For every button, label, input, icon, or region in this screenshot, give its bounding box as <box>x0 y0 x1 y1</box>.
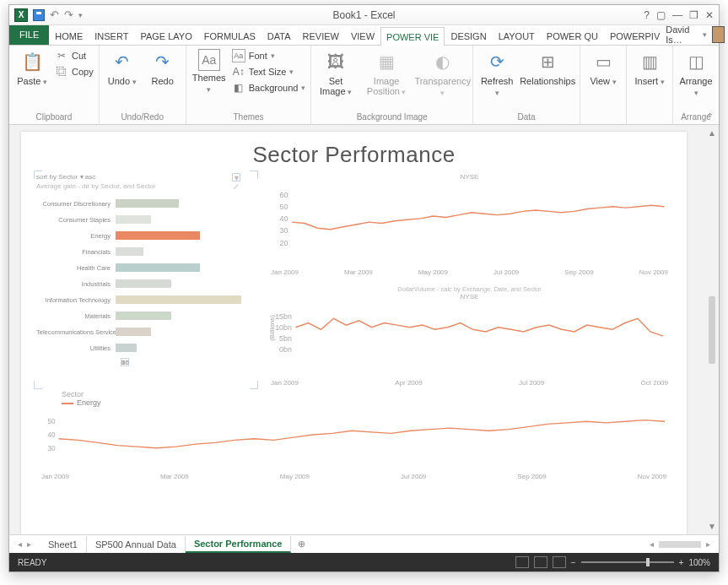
help-icon[interactable]: ? <box>644 9 650 21</box>
bar-row[interactable]: Consumer Staples <box>36 213 256 226</box>
sort-control[interactable]: sort by Sector ▾ asc <box>36 173 256 181</box>
scissors-icon: ✂ <box>55 49 68 62</box>
text-size-button[interactable]: A↕Text Size <box>232 65 306 79</box>
sheet-tab-sector-performance[interactable]: Sector Performance <box>186 536 292 553</box>
qat-customize-icon[interactable]: ▾ <box>78 11 83 19</box>
close-button[interactable]: ✕ <box>705 9 714 21</box>
line2-title: NYSE <box>267 293 671 301</box>
view-page-break-icon[interactable] <box>553 556 566 568</box>
tab-page-layout[interactable]: PAGE LAYO <box>134 26 197 45</box>
power-view-canvas[interactable]: Sector Performance ▼ ⤢ sort by Sector ▾ … <box>21 132 687 534</box>
bar-row[interactable]: Energy <box>36 229 256 242</box>
tab-review[interactable]: REVIEW <box>297 26 345 45</box>
bar-row[interactable]: Industrials <box>36 277 256 290</box>
save-icon[interactable] <box>33 9 45 21</box>
transparency-button[interactable]: ◐Transparency <box>418 49 467 98</box>
zoom-level[interactable]: 100% <box>688 558 710 567</box>
tab-powerpivot[interactable]: POWERPIV <box>604 26 666 45</box>
relationships-icon: ⊞ <box>535 49 560 74</box>
cut-button[interactable]: ✂Cut <box>55 49 94 62</box>
arrange-icon: ◫ <box>683 49 709 74</box>
view-normal-icon[interactable] <box>515 556 529 568</box>
view-page-layout-icon[interactable] <box>534 556 547 568</box>
minimize-button[interactable]: — <box>672 9 682 21</box>
bar-label: Industrials <box>36 280 116 288</box>
line1-svg: 2030405060 <box>267 182 671 267</box>
zoom-in-button[interactable]: + <box>679 558 684 567</box>
ribbon-display-icon[interactable]: ▢ <box>656 9 666 21</box>
tab-layout[interactable]: LAYOUT <box>493 26 541 45</box>
quick-access-toolbar: X ↶ ↷ ▾ <box>9 8 83 22</box>
tab-design[interactable]: DESIGN <box>445 26 492 45</box>
paste-button[interactable]: 📋 Paste <box>14 49 50 87</box>
tab-data[interactable]: DATA <box>262 26 297 45</box>
bar-label: Consumer Staples <box>36 216 116 224</box>
tab-power-query[interactable]: POWER QU <box>541 26 604 45</box>
arrange-button[interactable]: ◫Arrange <box>678 49 714 98</box>
bar-chart[interactable]: ▼ ⤢ sort by Sector ▾ asc Average gain - … <box>36 173 256 387</box>
bar-label: Utilities <box>36 344 116 352</box>
bar-row[interactable]: Information Technology <box>36 293 256 306</box>
bar-row[interactable]: Telecommunications Services <box>36 325 256 339</box>
legend: Sector Energy <box>62 390 671 407</box>
qat-undo-icon[interactable]: ↶ <box>50 8 59 21</box>
sheet-nav[interactable]: ◂▸ <box>9 539 40 549</box>
horizontal-scrollbar[interactable]: ◂▸ <box>650 539 719 549</box>
tab-formulas[interactable]: FORMULAS <box>198 26 262 45</box>
ribbon-tabs: FILE HOME INSERT PAGE LAYO FORMULAS DATA… <box>9 25 719 46</box>
themes-button[interactable]: AaThemes <box>191 49 227 95</box>
tab-file[interactable]: FILE <box>9 24 49 45</box>
sheet-tab-sheet1[interactable]: Sheet1 <box>40 536 87 553</box>
bar-row[interactable]: Utilities <box>36 341 256 355</box>
background-button[interactable]: ◧Background <box>232 81 306 95</box>
tab-insert[interactable]: INSERT <box>89 26 134 45</box>
bar-row[interactable]: Consumer Discretionary <box>36 197 256 210</box>
qat-redo-icon[interactable]: ↷ <box>64 8 73 21</box>
image-position-button[interactable]: ▦Image Position <box>360 49 413 97</box>
excel-window: X ↶ ↷ ▾ Book1 - Excel ? ▢ — ❐ ✕ FILE HOM… <box>8 4 720 572</box>
tab-home[interactable]: HOME <box>49 26 89 45</box>
report-title[interactable]: Sector Performance <box>36 142 671 168</box>
group-label-data: Data <box>478 111 574 124</box>
zoom-slider[interactable] <box>581 561 674 563</box>
scroll-thumb[interactable] <box>709 296 715 364</box>
set-image-button[interactable]: 🖼Set Image <box>316 49 354 97</box>
font-button[interactable]: AaFont <box>232 49 306 62</box>
tab-power-view[interactable]: POWER VIE <box>380 27 445 46</box>
user-account[interactable]: David Is… ▾ ☻ <box>666 24 728 45</box>
copy-button[interactable]: ⿻Copy <box>55 65 94 79</box>
maximize-button[interactable]: ❐ <box>689 9 698 21</box>
svg-text:10bn: 10bn <box>275 323 292 332</box>
undo-button[interactable]: ↶Undo <box>105 49 140 87</box>
line-chart-nyse-price[interactable]: NYSE 2030405060 Jan 2009Mar 2009May 2009… <box>267 173 671 276</box>
scroll-down-icon[interactable]: ▼ <box>708 522 716 531</box>
refresh-button[interactable]: ⟳Refresh <box>478 49 515 98</box>
svg-text:5bn: 5bn <box>279 334 292 343</box>
tab-view[interactable]: VIEW <box>345 26 380 45</box>
redo-icon: ↷ <box>150 49 175 74</box>
add-sheet-button[interactable]: ⊕ <box>291 536 312 553</box>
collapse-ribbon-icon[interactable]: ⌃ <box>706 111 714 122</box>
vertical-scrollbar[interactable]: ▲ ▼ <box>705 125 719 534</box>
bar-row[interactable]: Financials <box>36 245 256 258</box>
zoom-out-button[interactable]: − <box>571 558 576 567</box>
bar-row[interactable]: Materials <box>36 309 256 322</box>
redo-button[interactable]: ↷Redo <box>145 49 181 86</box>
line-chart-bottom[interactable]: 304050 Jan 2009Mar 2009May 2009Jul 2009S… <box>36 410 671 479</box>
group-insert: ▥Insert <box>627 46 673 124</box>
view-button[interactable]: ▭View <box>585 49 621 87</box>
svg-text:30: 30 <box>47 445 56 452</box>
filter-icon[interactable]: ▼ ⤢ <box>232 173 240 181</box>
insert-button[interactable]: ▥Insert <box>632 49 667 87</box>
scroll-up-icon[interactable]: ▲ <box>708 128 716 138</box>
svg-text:15bn: 15bn <box>275 312 292 321</box>
status-bar: READY − + 100% <box>9 553 719 571</box>
excel-icon: X <box>14 8 28 22</box>
copy-icon: ⿻ <box>55 65 68 79</box>
sheet-tab-sp500[interactable]: SP500 Annual Data <box>87 536 186 553</box>
line-chart-nyse-volume[interactable]: DollarVolume - calc by Exchange, Date, a… <box>267 283 671 387</box>
group-label-bgimage: Background Image <box>316 111 467 124</box>
relationships-button[interactable]: ⊞Relationships <box>520 49 574 86</box>
bar-label: Financials <box>36 248 116 256</box>
bar-row[interactable]: Health Care <box>36 261 256 274</box>
